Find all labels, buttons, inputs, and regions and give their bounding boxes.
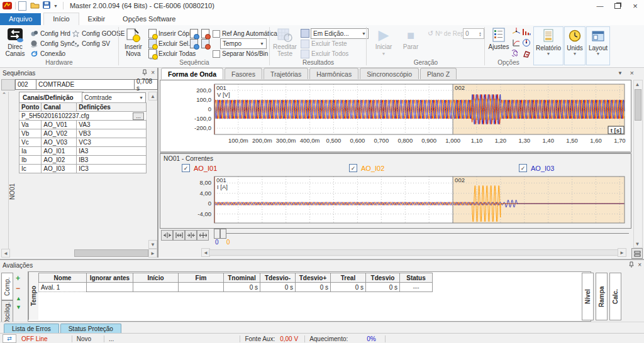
inserir-copia-button[interactable]: Inserir Cópia [148, 29, 194, 38]
espiral-mini-button[interactable] [512, 50, 521, 60]
chart-hscroll[interactable] [209, 249, 619, 256]
restore-button[interactable] [609, 0, 626, 11]
zoom-all-button[interactable] [197, 230, 209, 241]
excluir-todos-button[interactable]: Excluir Todos [301, 49, 348, 58]
new-file-icon[interactable] [18, 1, 26, 11]
em-edicao-dropdown[interactable]: Em Edição...▼ [311, 28, 369, 39]
tab-fasores[interactable]: Fasores [225, 68, 262, 79]
scroll-right-icon[interactable]: ► [148, 249, 157, 258]
voltage-chart[interactable]: 001002V [V]200,0100,00-100,0-200,0100,0m… [160, 80, 631, 153]
seq-tool-1-button[interactable] [190, 29, 198, 38]
layout-button[interactable]: Layout ▼ [586, 26, 610, 65]
scroll-right-icon[interactable]: ► [618, 248, 626, 257]
fasores-mini-button[interactable] [512, 27, 521, 37]
tab-comp[interactable]: Comp. [1, 273, 13, 300]
seq-tool-4-button[interactable] [201, 39, 209, 48]
config-sync-button[interactable]: Config Sync [30, 39, 74, 48]
file-row[interactable]: P_5H502016102237.cfg ... [19, 112, 147, 121]
close-button[interactable]: × [626, 0, 644, 11]
table-row[interactable]: IcAO_I03IC3 [19, 165, 147, 173]
table-row[interactable]: VcAO_V03VC3 [19, 138, 147, 147]
inserir-nova-button[interactable]: Inserir Nova [121, 27, 146, 57]
tab-exibir[interactable]: Exibir [79, 13, 114, 25]
tab-calc[interactable]: Calc. [609, 273, 621, 320]
tab-inicio[interactable]: Início [43, 13, 79, 25]
cursor-slider-track[interactable] [214, 233, 629, 234]
open-file-icon[interactable] [30, 1, 40, 10]
save-icon[interactable] [43, 1, 51, 11]
tab-sincronoscopio[interactable]: Sincronoscópio [360, 68, 419, 79]
config-hrd-button[interactable]: Config Hrd [30, 29, 70, 38]
config-goose-button[interactable]: Config GOOSE [72, 29, 125, 38]
conexao-button[interactable]: Conexão [30, 49, 65, 58]
iniciar-button[interactable]: ▶ Iniciar ▼ [371, 27, 396, 57]
cursor-slider-handle-1[interactable] [214, 229, 220, 239]
excluir-teste-button[interactable]: Excluir Teste [301, 39, 347, 48]
plano-z-mini-button[interactable] [522, 50, 531, 60]
sequence-name[interactable]: COMTRADE [36, 79, 137, 90]
currents-chart-plot[interactable]: 001002I [A]8,004,000-4,00 [160, 174, 630, 227]
config-sv-button[interactable]: Config SV [72, 39, 110, 48]
tab-arquivo[interactable]: Arquivo [0, 13, 41, 25]
layout-toggle-button[interactable] [631, 248, 643, 259]
move-up-icon[interactable]: ▲ [16, 295, 21, 302]
table-row[interactable]: VbAO_V02VB3 [19, 129, 147, 138]
move-down-icon[interactable]: ▼ [16, 304, 21, 310]
vscroll-thumb[interactable] [635, 89, 641, 121]
scroll-down-icon[interactable]: ▼ [148, 240, 157, 249]
channel-toggle-i02[interactable]: ✓ AO_I02 [349, 164, 384, 172]
connection-icon[interactable]: ⇄ [3, 334, 16, 343]
table-row[interactable]: IaAO_I01IA3 [19, 147, 147, 156]
canais-definicao-tab[interactable]: Canais/Definição [19, 92, 84, 103]
collapse-strip[interactable]: ⌃ [0, 92, 9, 249]
channel-toggle-i03[interactable]: ✓ AO_I03 [519, 164, 554, 172]
browse-button[interactable]: ... [133, 112, 144, 120]
scroll-up-icon[interactable]: ▲ [634, 80, 641, 88]
seq-tool-3-button[interactable] [190, 39, 198, 48]
voltage-chart-plot[interactable]: 001002V [V]200,0100,00-100,0-200,0100,0m… [160, 80, 630, 151]
pin-icon[interactable] [142, 69, 147, 77]
zoom-cursor-2-button[interactable] [173, 230, 185, 241]
scroll-left-icon[interactable]: ◄ [1, 249, 10, 258]
comtrade-dropdown[interactable]: Comtrade▼ [82, 92, 146, 103]
tab-status-protecao[interactable]: Status Proteção [60, 324, 121, 334]
seq-tool-2-button[interactable] [201, 29, 209, 38]
ref-ang-checkbox[interactable]: Ref Ang Automática [213, 29, 277, 38]
chart-vscroll[interactable]: ▲ ▼ [633, 80, 643, 248]
close-icon[interactable]: × [630, 69, 634, 77]
hscroll-thumb[interactable] [74, 249, 148, 257]
tab-opcoes-software[interactable]: Opções Software [114, 13, 184, 25]
avaliacao-row[interactable]: Aval. 1 0 s0 s 0 s0 s 0 s --- [39, 283, 433, 292]
relatorio-button[interactable]: Relatório ▼ [533, 26, 564, 65]
tab-nivel[interactable]: Nível [582, 273, 594, 320]
minimize-button[interactable]: — [591, 0, 609, 11]
tab-plano-z[interactable]: Plano Z [420, 68, 457, 79]
close-icon[interactable]: × [638, 261, 641, 269]
add-row-icon[interactable]: + [16, 274, 20, 283]
unids-button[interactable]: Unids ▼ [564, 26, 586, 65]
tab-harmonicas[interactable]: Harmônicas [309, 68, 358, 79]
repeticoes-spinner[interactable]: 0 ▲▼ [463, 28, 484, 39]
excluir-todas-button[interactable]: Excluir Todas [148, 49, 196, 58]
panel-menu-icon[interactable]: ▼ [618, 70, 623, 76]
zoom-cursor-1-button[interactable] [161, 230, 173, 241]
tab-forma-de-onda[interactable]: Forma de Onda [161, 68, 223, 79]
excluir-sel-button[interactable]: Excluir Sel. [148, 39, 190, 48]
table-row[interactable]: IbAO_I02IB3 [19, 156, 147, 165]
harmonicas-mini-button[interactable] [522, 27, 531, 37]
reeditar-teste-button[interactable]: Reeditar Teste [272, 27, 298, 57]
tab-trajetorias[interactable]: Trajetórias [264, 68, 308, 79]
sincronoscopio-mini-button[interactable] [522, 38, 531, 48]
separar-checkbox[interactable]: Separar Nós/Bin [213, 49, 268, 58]
tempo-dropdown[interactable]: Tempo▼ [220, 38, 267, 49]
cursor-slider-handle-2[interactable] [220, 229, 226, 239]
quick-access-chevron[interactable]: ▼ [53, 4, 58, 8]
tab-lista-de-erros[interactable]: Lista de Erros [4, 324, 59, 334]
pin-icon[interactable] [629, 261, 634, 269]
tab-rampa[interactable]: Rampa [596, 273, 608, 320]
ajustes-button[interactable]: Ajustes [487, 27, 511, 50]
zoom-fit-button[interactable] [185, 230, 197, 241]
sequence-row-stub[interactable] [1, 79, 15, 90]
channel-toggle-i01[interactable]: ✓ AO_I01 [182, 164, 217, 172]
remove-row-icon[interactable]: − [16, 284, 20, 293]
